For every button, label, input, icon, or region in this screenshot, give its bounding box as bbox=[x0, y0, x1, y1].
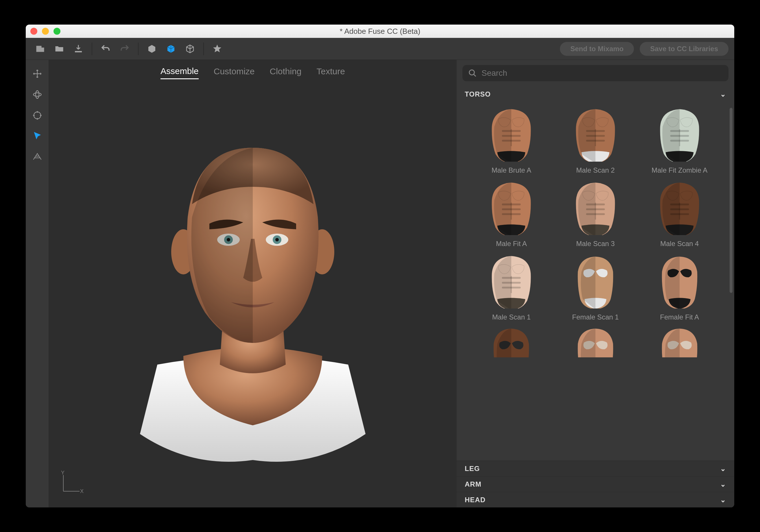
asset-label: Male Brute A bbox=[492, 166, 531, 174]
asset-item[interactable] bbox=[553, 327, 638, 356]
section-leg-header[interactable]: LEG ⌄ bbox=[457, 461, 734, 476]
undo-button[interactable] bbox=[97, 40, 114, 58]
asset-thumbnail bbox=[565, 180, 626, 235]
chevron-down-icon: ⌄ bbox=[720, 496, 726, 504]
svg-point-0 bbox=[33, 93, 41, 96]
orbit-tool[interactable] bbox=[30, 88, 44, 102]
asset-item[interactable] bbox=[638, 327, 722, 356]
asset-thumbnail bbox=[649, 180, 710, 235]
close-window-button[interactable] bbox=[30, 28, 37, 35]
shade-wireframe-button[interactable] bbox=[181, 40, 199, 58]
asset-item[interactable]: Male Scan 4 bbox=[638, 180, 722, 248]
asset-item[interactable]: Female Fit A bbox=[638, 253, 722, 321]
asset-label: Male Scan 1 bbox=[492, 313, 531, 321]
open-file-button[interactable] bbox=[51, 40, 68, 58]
asset-thumbnail bbox=[481, 107, 542, 162]
asset-thumbnail bbox=[565, 327, 626, 356]
asset-thumbnail bbox=[481, 327, 542, 356]
shade-solid-button[interactable] bbox=[143, 40, 161, 58]
asset-label: Male Scan 4 bbox=[660, 240, 699, 248]
search-icon bbox=[468, 69, 477, 77]
search-input[interactable] bbox=[482, 68, 723, 78]
minimize-window-button[interactable] bbox=[42, 28, 49, 35]
asset-item[interactable]: Male Fit A bbox=[469, 180, 553, 248]
tab-texture[interactable]: Texture bbox=[317, 64, 345, 79]
svg-point-15 bbox=[469, 70, 475, 75]
svg-point-1 bbox=[35, 91, 39, 99]
search-input-container[interactable] bbox=[462, 65, 729, 81]
send-to-mixamo-button[interactable]: Send to Mixamo bbox=[560, 42, 634, 56]
asset-thumbnail bbox=[481, 180, 542, 235]
asset-item[interactable] bbox=[469, 327, 553, 356]
target-tool[interactable] bbox=[30, 109, 44, 122]
asset-item[interactable]: Male Scan 1 bbox=[469, 253, 553, 321]
chevron-down-icon: ⌄ bbox=[720, 465, 726, 473]
section-head-label: HEAD bbox=[465, 496, 486, 504]
section-leg-label: LEG bbox=[465, 465, 480, 473]
svg-text:Y: Y bbox=[61, 470, 65, 476]
asset-thumbnail bbox=[565, 253, 626, 308]
asset-item[interactable]: Female Scan 1 bbox=[553, 253, 638, 321]
tab-clothing[interactable]: Clothing bbox=[269, 64, 301, 79]
asset-thumbnail bbox=[565, 107, 626, 162]
tool-palette bbox=[26, 60, 49, 508]
main-toolbar: Send to Mixamo Save to CC Libraries bbox=[26, 38, 734, 60]
asset-thumbnail bbox=[649, 253, 710, 308]
section-torso-label: TORSO bbox=[465, 90, 491, 98]
window-title: * Adobe Fuse CC (Beta) bbox=[340, 27, 420, 36]
tab-customize[interactable]: Customize bbox=[214, 64, 255, 79]
scrollbar[interactable] bbox=[730, 108, 733, 293]
svg-point-10 bbox=[275, 238, 279, 242]
chevron-down-icon: ⌄ bbox=[720, 480, 726, 488]
viewport-3d[interactable]: Y X bbox=[49, 83, 457, 508]
asset-label: Female Fit A bbox=[660, 313, 699, 321]
perspective-tool[interactable] bbox=[30, 150, 44, 164]
redo-button[interactable] bbox=[116, 40, 133, 58]
section-arm-label: ARM bbox=[465, 480, 482, 488]
asset-label: Male Scan 2 bbox=[576, 166, 615, 174]
asset-label: Male Scan 3 bbox=[576, 240, 615, 248]
move-tool[interactable] bbox=[30, 67, 44, 81]
asset-label: Female Scan 1 bbox=[572, 313, 619, 321]
favorite-button[interactable] bbox=[209, 40, 226, 58]
chevron-down-icon: ⌄ bbox=[720, 90, 726, 98]
asset-thumbnail bbox=[481, 253, 542, 308]
asset-thumbnail bbox=[649, 327, 710, 356]
asset-item[interactable]: Male Scan 3 bbox=[553, 180, 638, 248]
asset-label: Male Fit Zombie A bbox=[651, 166, 707, 174]
titlebar: * Adobe Fuse CC (Beta) bbox=[26, 24, 734, 38]
asset-thumbnail bbox=[649, 107, 710, 162]
creative-cloud-button[interactable] bbox=[31, 40, 49, 58]
section-head-header[interactable]: HEAD ⌄ bbox=[457, 492, 734, 508]
section-arm-header[interactable]: ARM ⌄ bbox=[457, 476, 734, 492]
section-torso-header[interactable]: TORSO ⌄ bbox=[457, 86, 734, 102]
character-head-model bbox=[122, 122, 383, 469]
asset-label: Male Fit A bbox=[496, 240, 527, 248]
save-to-cc-libraries-button[interactable]: Save to CC Libraries bbox=[640, 42, 729, 56]
asset-panel: TORSO ⌄ Male Brute A Male Scan 2 Male Fi… bbox=[457, 60, 734, 508]
svg-point-2 bbox=[34, 112, 41, 119]
svg-text:X: X bbox=[80, 488, 83, 494]
select-tool[interactable] bbox=[30, 129, 44, 143]
asset-item[interactable]: Male Scan 2 bbox=[553, 107, 638, 174]
shade-textured-button[interactable] bbox=[162, 40, 180, 58]
asset-item[interactable]: Male Fit Zombie A bbox=[638, 107, 722, 174]
maximize-window-button[interactable] bbox=[54, 28, 61, 35]
asset-item[interactable]: Male Brute A bbox=[469, 107, 553, 174]
axis-gizmo: Y X bbox=[59, 472, 82, 497]
save-file-button[interactable] bbox=[70, 40, 87, 58]
mode-tabs: Assemble Customize Clothing Texture bbox=[49, 60, 457, 83]
tab-assemble[interactable]: Assemble bbox=[161, 64, 199, 79]
